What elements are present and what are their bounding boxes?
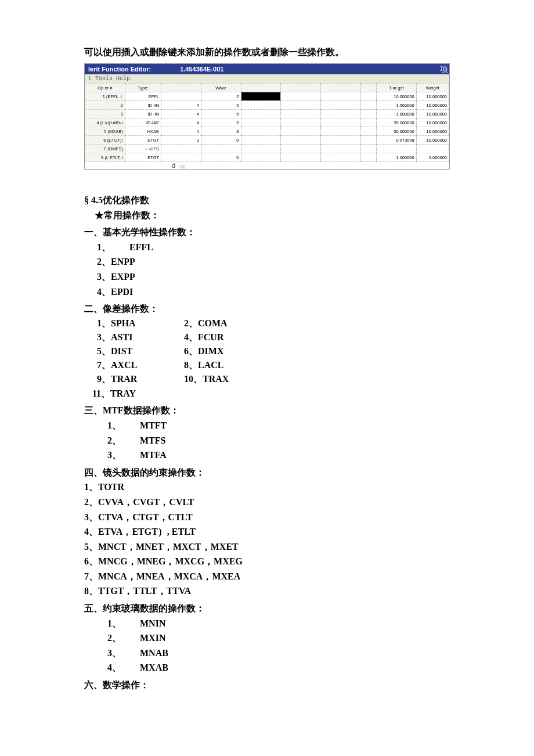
table-row[interactable]: 4 (i. Io)+ABs iID-IAE4535.00000010.00000… [85,118,449,127]
cell[interactable]: 6 (ETGT)! [85,136,125,145]
cell[interactable] [241,101,281,110]
cell[interactable] [360,127,376,136]
cell[interactable]: 5.000000 [416,153,449,162]
cell[interactable]: 10.000000 [416,110,449,118]
cell[interactable] [320,153,360,162]
cell[interactable] [241,136,281,145]
cell[interactable]: 35.000000 [377,118,417,127]
table-row[interactable]: 8 (i. ETLT; iETGT01.0000005.000000 [85,153,449,162]
editor-title-label: lerit Function Editor: [88,66,151,73]
cell[interactable] [161,92,201,101]
cell[interactable]: 3 [161,136,201,145]
cell[interactable] [416,145,449,153]
content-body: § 4.5优化操作数 ★常用操作数： 一、基本光学特性操作数： 1、 EFFL2… [84,193,450,693]
cell[interactable] [360,92,376,101]
cell[interactable]: 10.000000 [377,92,417,101]
list-item: 3、ASTI [97,330,184,344]
section-4-5: § 4.5优化操作数 [84,193,450,208]
cell[interactable]: 5 [201,118,241,127]
cell[interactable]: 5 [201,101,241,110]
cell[interactable] [360,153,376,162]
cell[interactable] [320,101,360,110]
table-row[interactable]: 6 (ETGT)!ETGT300.97369810.000000 [85,136,449,145]
cell[interactable] [241,153,281,162]
cell[interactable] [241,145,281,153]
cell[interactable] [320,110,360,118]
cell[interactable]: 0 [201,136,241,145]
cell[interactable] [241,92,281,101]
cell[interactable] [281,118,321,127]
cell[interactable] [360,101,376,110]
cell[interactable]: 4 [161,110,201,118]
cell[interactable] [281,145,321,153]
merit-function-editor: lerit Function Editor: 1.454364E-001 项 t… [84,63,450,170]
cell[interactable]: ETGT [125,136,161,145]
cell[interactable]: 2 [201,92,241,101]
cell[interactable] [320,136,360,145]
cell[interactable]: ID-IAE [125,118,161,127]
list-item: 1、 MNIN [84,616,450,631]
cell[interactable]: 10.000000 [416,118,449,127]
cell[interactable] [320,118,360,127]
th-b2 [281,84,321,92]
cell[interactable] [241,118,281,127]
cell[interactable]: 4 [161,127,201,136]
cell[interactable] [281,153,321,162]
cell[interactable] [281,110,321,118]
cell[interactable]: 1 (EFFL. i. [85,92,125,101]
cell[interactable] [201,145,241,153]
cell[interactable]: 5 (MXAB) [85,127,125,136]
list-item: 8、LACL [184,358,271,372]
cell[interactable]: EFFL [125,92,161,101]
cell[interactable] [241,127,281,136]
th-op: Op er # [85,84,125,92]
cell[interactable] [360,145,376,153]
table-row[interactable]: 1 (EFFL. i.EFFL210.00000010.000000 [85,92,449,101]
cell[interactable] [281,136,321,145]
cell[interactable]: 3 [85,110,125,118]
cell[interactable]: 10.000000 [416,92,449,101]
cell[interactable] [281,127,321,136]
cell[interactable] [281,92,321,101]
cell[interactable] [161,145,201,153]
cell[interactable] [320,92,360,101]
cell[interactable] [377,145,417,153]
cell[interactable]: 4 [161,118,201,127]
editor-menu[interactable]: t Tools Help [85,74,449,83]
cell[interactable]: 4 [161,101,201,110]
cell[interactable]: 1.560000 [377,101,417,110]
cell[interactable]: 10.000000 [416,127,449,136]
th-weight: Weight [416,84,449,92]
cell[interactable]: 10.000000 [416,101,449,110]
cell[interactable] [360,118,376,127]
cell[interactable]: ID-IIN [125,101,161,110]
cell[interactable] [161,153,201,162]
cell[interactable]: 50.000000 [377,127,417,136]
cell[interactable]: 0 [201,153,241,162]
cell[interactable]: I: -HFS [125,145,161,153]
cell[interactable]: 10.000000 [416,136,449,145]
cell[interactable]: 5 [201,110,241,118]
cell[interactable]: 4 (i. Io)+ABs i [85,118,125,127]
table-row[interactable]: 7 JDMFS)I: -HFS [85,145,449,153]
cell[interactable] [360,110,376,118]
cell[interactable]: 1.000000 [377,153,417,162]
cell[interactable]: 2 [85,101,125,110]
cell[interactable]: 8 [201,127,241,136]
cell[interactable] [241,110,281,118]
cell[interactable] [320,127,360,136]
cell[interactable]: ID -IN [125,110,161,118]
cell[interactable]: ETGT [125,153,161,162]
table-row[interactable]: 5 (MXAB)HXAE4850.00000010.000000 [85,127,449,136]
cell[interactable] [281,101,321,110]
table-row[interactable]: 3ID -IN451.60000010.000000 [85,110,449,118]
cell[interactable]: 1.600000 [377,110,417,118]
cell[interactable] [360,136,376,145]
cell[interactable]: 8 (i. ETLT; i [85,153,125,162]
table-row[interactable]: 2ID-IIN451.56000010.000000 [85,101,449,110]
cell[interactable] [320,145,360,153]
cell[interactable]: 0.973698 [377,136,417,145]
cell[interactable]: 7 JDMFS) [85,145,125,153]
cell[interactable]: HXAE [125,127,161,136]
th-type: Type: [125,84,161,92]
